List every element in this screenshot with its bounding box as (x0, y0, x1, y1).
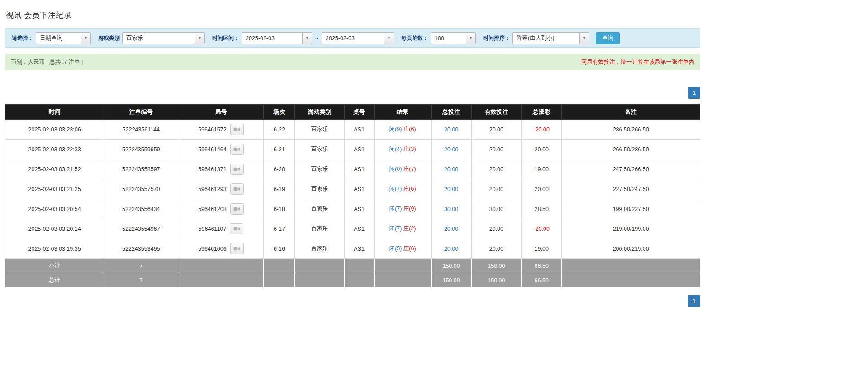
remark-cell: 227.50/247.50 (562, 179, 700, 199)
date-to-combobox[interactable]: 2025-02-03 ▼ (322, 32, 394, 44)
bet-records-table: 时间注单编号局号场次游戏类别桌号结果总投注有效投注总派彩备注 2025-02-0… (5, 104, 700, 288)
video-replay-button[interactable] (230, 183, 244, 195)
session-cell: 6-17 (264, 219, 295, 239)
total-bet-cell[interactable]: 20.00 (431, 120, 471, 140)
total-bet-link[interactable]: 20.00 (444, 126, 458, 133)
round-id: 596461006 (198, 246, 227, 252)
empty-cell (264, 259, 295, 273)
video-replay-button[interactable] (230, 223, 243, 234)
player-result: 闲(0) (389, 166, 402, 172)
video-replay-button[interactable] (230, 144, 244, 155)
total-bet-link[interactable]: 20.00 (444, 186, 458, 192)
banker-result: 庄(2) (403, 225, 416, 232)
chevron-down-icon[interactable]: ▼ (466, 33, 475, 44)
chevron-down-icon[interactable]: ▼ (195, 33, 204, 44)
subtotal-total-bet: 150.00 (431, 259, 471, 273)
session-cell: 6-22 (264, 120, 295, 140)
total-bet-cell[interactable]: 30.00 (431, 199, 471, 219)
table-row: 2025-02-03 03:22:33522243559959596461464… (5, 140, 700, 159)
total-bet-link[interactable]: 30.00 (444, 206, 458, 212)
video-replay-button[interactable] (230, 164, 244, 175)
video-replay-button[interactable] (230, 203, 244, 215)
valid-bet-cell: 20.00 (471, 219, 522, 239)
remark-cell: 219.00/199.00 (562, 219, 700, 239)
column-header: 结果 (374, 105, 431, 120)
column-header: 备注 (562, 105, 700, 120)
column-header: 总派彩 (522, 105, 562, 120)
total-bet-cell[interactable]: 20.00 (431, 179, 471, 199)
video-replay-button[interactable] (230, 124, 244, 135)
date-range-label: 时间区间： (212, 34, 239, 42)
table-row: 2025-02-03 03:19:35522243553495596461006… (5, 239, 700, 259)
bet-id-cell: 522243561144 (104, 120, 178, 140)
page-1-button[interactable]: 1 (688, 87, 700, 99)
session-cell: 6-21 (264, 140, 295, 159)
video-replay-button[interactable] (230, 243, 244, 254)
page-size-combobox[interactable]: 100 ▼ (431, 32, 476, 44)
session-cell: 6-20 (264, 159, 295, 179)
currency-summary: 币别：人民币 | 总共 :7 注单 | (11, 58, 83, 66)
time-sort-combobox[interactable]: 降幂(由大到小) ▼ (512, 32, 589, 44)
empty-cell (264, 273, 295, 288)
grand-total-count: 7 (104, 273, 178, 288)
round-id: 596461208 (198, 206, 227, 212)
table-no-cell: AS1 (344, 199, 374, 219)
total-bet-link[interactable]: 20.00 (444, 166, 458, 173)
chevron-down-icon[interactable]: ▼ (302, 33, 312, 44)
total-bet-cell[interactable]: 20.00 (431, 219, 471, 239)
subtotal-label: 小计 (5, 259, 104, 273)
empty-cell (295, 259, 344, 273)
game-type-label: 游戏类别 (98, 34, 120, 42)
result-cell: 闲(5) 庄(6) (374, 239, 431, 259)
select-type-combobox[interactable]: 日期查询 ▼ (36, 32, 91, 44)
bet-id-cell: 522243554967 (104, 219, 178, 239)
column-header: 总投注 (431, 105, 471, 120)
subtotal-count: 7 (104, 259, 178, 273)
game-type-combobox[interactable]: 百家乐 ▼ (122, 32, 205, 44)
table-header-row: 时间注单编号局号场次游戏类别桌号结果总投注有效投注总派彩备注 (5, 105, 700, 120)
notice-text: 同局有效投注，统一计算在该局第一张注单内 (581, 58, 694, 66)
round-id: 596461107 (199, 226, 227, 232)
banker-result: 庄(9) (403, 206, 416, 212)
game-type-cell: 百家乐 (295, 219, 344, 239)
result-cell: 闲(7) 庄(9) (374, 199, 431, 219)
column-header: 注单编号 (104, 105, 178, 120)
date-to-value: 2025-02-03 (322, 33, 384, 44)
empty-cell (562, 273, 700, 288)
page-1-button[interactable]: 1 (688, 295, 700, 307)
total-bet-link[interactable]: 20.00 (444, 246, 458, 252)
banker-result: 庄(6) (403, 126, 416, 132)
date-from-combobox[interactable]: 2025-02-03 ▼ (242, 32, 312, 44)
time-cell: 2025-02-03 03:21:52 (5, 159, 104, 179)
chevron-down-icon[interactable]: ▼ (384, 33, 394, 44)
remark-cell: 247.50/266.50 (562, 159, 700, 179)
column-header: 游戏类别 (295, 105, 344, 120)
table-row: 2025-02-03 03:21:25522243557570596461293… (5, 179, 700, 199)
total-bet-link[interactable]: 20.00 (444, 146, 458, 153)
table-no-cell: AS1 (344, 179, 374, 199)
empty-cell (344, 273, 374, 288)
total-bet-link[interactable]: 20.00 (444, 226, 458, 232)
empty-cell (562, 259, 700, 273)
payout-cell: 20.00 (522, 179, 562, 199)
table-no-cell: AS1 (344, 140, 374, 159)
total-bet-cell[interactable]: 20.00 (431, 239, 471, 259)
chevron-down-icon[interactable]: ▼ (579, 33, 589, 44)
subtotal-payout: 66.50 (522, 259, 562, 273)
subtotal-valid-bet: 150.00 (471, 259, 522, 273)
round-id: 596461464 (198, 146, 227, 153)
round-id: 596461371 (198, 166, 227, 173)
page-container: 视讯 会员下注纪录 请选择： 日期查询 ▼ 游戏类别 百家乐 ▼ 时间区间： 2… (0, 0, 700, 316)
payout-cell: 19.00 (522, 159, 562, 179)
page-size-label: 每页笔数： (401, 34, 428, 42)
search-button[interactable]: 查询 (596, 32, 620, 44)
pagination-bottom: 1 (5, 295, 700, 307)
result-cell: 闲(4) 庄(3) (374, 140, 431, 159)
player-result: 闲(7) (389, 186, 402, 192)
banker-result: 庄(7) (403, 166, 416, 172)
total-bet-cell[interactable]: 20.00 (431, 140, 471, 159)
time-sort-label: 时间排序： (483, 34, 510, 42)
chevron-down-icon[interactable]: ▼ (81, 33, 90, 44)
column-header: 场次 (264, 105, 295, 120)
total-bet-cell[interactable]: 20.00 (431, 159, 471, 179)
